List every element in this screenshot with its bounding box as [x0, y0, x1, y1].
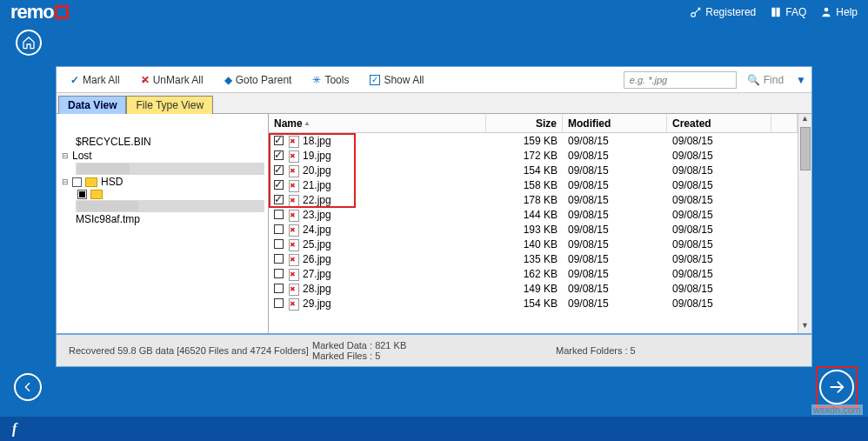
- file-row[interactable]: 18.jpg159 KB09/08/1509/08/15: [269, 133, 798, 148]
- tree-item-recycle[interactable]: $RECYCLE.BIN: [60, 135, 264, 149]
- col-created[interactable]: Created: [667, 114, 771, 132]
- arrow-up-icon: ◆: [224, 74, 232, 86]
- scroll-down-icon[interactable]: ▼: [799, 321, 811, 333]
- tree-checkbox[interactable]: [72, 177, 82, 187]
- file-size: 159 KB: [486, 135, 563, 147]
- file-icon: [287, 224, 299, 236]
- vertical-scrollbar[interactable]: ▲ ▼: [798, 114, 811, 333]
- toolbar: ✓ Mark All ✓✕ UnMark All ◆ Goto Parent ✳…: [57, 67, 811, 93]
- file-size: 135 KB: [486, 253, 563, 265]
- tab-data-view[interactable]: Data View: [58, 96, 126, 114]
- find-button[interactable]: 🔍 Find: [747, 74, 784, 86]
- file-size: 158 KB: [486, 179, 563, 191]
- file-row[interactable]: 29.jpg154 KB09/08/1509/08/15: [269, 296, 798, 311]
- tools-button[interactable]: ✳ Tools: [304, 67, 357, 92]
- faq-action[interactable]: FAQ: [770, 6, 806, 18]
- file-created: 09/08/15: [667, 164, 771, 177]
- row-checkbox[interactable]: [274, 210, 284, 219]
- tree-item-msic[interactable]: MSIc98af.tmp: [60, 212, 264, 226]
- view-tabs: Data View File Type View: [57, 93, 811, 114]
- file-icon: [287, 150, 299, 162]
- registered-action[interactable]: Registered: [690, 6, 756, 18]
- file-created: 09/08/15: [667, 179, 771, 191]
- row-checkbox[interactable]: [274, 239, 284, 249]
- scroll-up-icon[interactable]: ▲: [799, 114, 811, 126]
- file-row[interactable]: 24.jpg193 KB09/08/1509/08/15: [269, 222, 798, 237]
- goto-parent-label: Goto Parent: [236, 74, 292, 86]
- tree-item-hsd[interactable]: ⊟ HSD: [60, 175, 264, 189]
- help-action[interactable]: Help: [820, 6, 858, 18]
- col-size[interactable]: Size: [486, 114, 563, 132]
- file-name: 19.jpg: [303, 150, 331, 162]
- row-checkbox[interactable]: [274, 254, 284, 264]
- file-modified: 09/08/15: [563, 283, 667, 295]
- file-row[interactable]: 19.jpg172 KB09/08/1509/08/15: [269, 148, 798, 163]
- key-icon: [690, 6, 702, 18]
- tree-item-lost-sub[interactable]: [76, 163, 264, 175]
- col-name[interactable]: Name ▴: [269, 114, 486, 132]
- row-checkbox[interactable]: [274, 195, 284, 204]
- file-modified: 09/08/15: [563, 224, 667, 236]
- tree-item-hsd-sub2[interactable]: [76, 200, 264, 212]
- row-checkbox[interactable]: [274, 180, 284, 190]
- col-modified[interactable]: Modified: [563, 114, 667, 132]
- folder-tree[interactable]: $RECYCLE.BIN ⊟ Lost ⊟ HSD: [57, 114, 269, 333]
- search-input[interactable]: [624, 71, 737, 89]
- file-modified: 09/08/15: [563, 209, 667, 221]
- scroll-thumb[interactable]: [800, 127, 811, 170]
- row-checkbox[interactable]: [274, 284, 284, 293]
- file-grid: Name ▴ Size Modified Created 18.jpg159 K…: [269, 114, 798, 333]
- attribution: wsxdn.com: [811, 404, 863, 415]
- tree-label: HSD: [101, 176, 123, 188]
- status-bar: Recovered 59.8 GB data [46520 Files and …: [56, 334, 812, 367]
- file-modified: 09/08/15: [563, 238, 667, 251]
- goto-parent-button[interactable]: ◆ Goto Parent: [216, 67, 301, 92]
- row-checkbox[interactable]: [274, 224, 284, 234]
- home-button[interactable]: [16, 30, 42, 56]
- back-button[interactable]: [14, 373, 42, 401]
- row-checkbox[interactable]: [274, 150, 284, 160]
- file-row[interactable]: 23.jpg144 KB09/08/1509/08/15: [269, 207, 798, 222]
- tree-item-lost[interactable]: ⊟ Lost: [60, 149, 264, 163]
- file-row[interactable]: 25.jpg140 KB09/08/1509/08/15: [269, 237, 798, 251]
- col-extra: [771, 114, 798, 132]
- status-marked: Marked Data : 821 KB Marked Files : 5: [312, 340, 556, 361]
- show-all-label: Show All: [384, 74, 424, 86]
- show-all-button[interactable]: ✓ Show All: [361, 67, 432, 92]
- file-size: 144 KB: [486, 209, 563, 221]
- sort-icon: ▴: [305, 119, 309, 127]
- file-row[interactable]: 28.jpg149 KB09/08/1509/08/15: [269, 281, 798, 296]
- tab-file-type-view[interactable]: File Type View: [126, 96, 213, 114]
- file-created: 09/08/15: [667, 283, 771, 295]
- file-name: 18.jpg: [303, 135, 331, 147]
- book-icon: [770, 6, 782, 18]
- file-row[interactable]: 26.jpg135 KB09/08/1509/08/15: [269, 251, 798, 266]
- main-panel: ✓ Mark All ✓✕ UnMark All ◆ Goto Parent ✳…: [56, 66, 812, 334]
- file-row[interactable]: 21.jpg158 KB09/08/1509/08/15: [269, 177, 798, 192]
- find-dropdown-icon[interactable]: ▼: [796, 74, 806, 86]
- grid-body[interactable]: 18.jpg159 KB09/08/1509/08/1519.jpg172 KB…: [269, 133, 798, 333]
- row-checkbox[interactable]: [274, 165, 284, 175]
- row-checkbox[interactable]: [274, 298, 284, 308]
- mark-all-button[interactable]: ✓ Mark All: [62, 67, 129, 92]
- unmark-all-button[interactable]: ✓✕ UnMark All: [132, 67, 212, 92]
- row-checkbox[interactable]: [274, 136, 284, 145]
- facebook-icon[interactable]: f: [12, 421, 17, 437]
- file-created: 09/08/15: [667, 194, 771, 206]
- next-button[interactable]: [819, 370, 854, 404]
- brand-logo: remo: [10, 1, 69, 23]
- tree-item-hsd-sub[interactable]: [76, 189, 264, 200]
- file-size: 162 KB: [486, 268, 563, 280]
- tree-checkbox[interactable]: [77, 190, 87, 199]
- file-row[interactable]: 22.jpg178 KB09/08/1509/08/15: [269, 192, 798, 207]
- file-row[interactable]: 27.jpg162 KB09/08/1509/08/15: [269, 266, 798, 281]
- file-modified: 09/08/15: [563, 135, 667, 147]
- file-row[interactable]: 20.jpg154 KB09/08/1509/08/15: [269, 163, 798, 177]
- file-created: 09/08/15: [667, 150, 771, 162]
- row-checkbox[interactable]: [274, 269, 284, 278]
- uncheck-icon: ✓✕: [141, 74, 150, 86]
- expander-icon[interactable]: ⊟: [62, 151, 69, 160]
- file-size: 178 KB: [486, 194, 563, 206]
- expander-icon[interactable]: ⊟: [62, 177, 69, 186]
- file-name: 26.jpg: [303, 253, 331, 265]
